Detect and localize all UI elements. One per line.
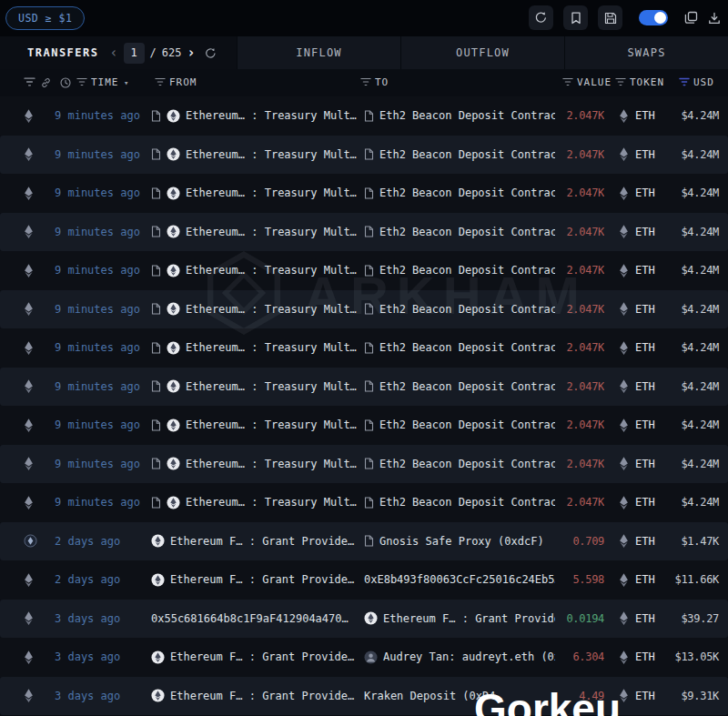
from-cell[interactable]: Ethereum… : Treasury Mult… <box>142 264 357 277</box>
to-cell[interactable]: Kraken Deposit (0xD4… <box>357 690 555 702</box>
time-cell[interactable]: 9 minutes ago <box>47 303 142 316</box>
from-cell[interactable]: Ethereum… : Treasury Mult… <box>142 225 357 238</box>
time-cell[interactable]: 9 minutes ago <box>47 264 142 277</box>
table-row[interactable]: 9 minutes agoEthereum… : Treasury Mult…E… <box>0 251 728 290</box>
time-cell[interactable]: 9 minutes ago <box>47 341 142 354</box>
time-cell[interactable]: 9 minutes ago <box>47 419 142 431</box>
column-header-to[interactable]: TO <box>375 76 389 88</box>
time-cell[interactable]: 3 days ago <box>47 650 142 663</box>
from-cell[interactable]: Ethereum… : Treasury Mult… <box>142 302 357 316</box>
time-cell[interactable]: 3 days ago <box>47 612 142 625</box>
time-cell[interactable]: 9 minutes ago <box>47 458 142 470</box>
filter-to-icon[interactable] <box>360 77 371 89</box>
table-row[interactable]: 9 minutes agoEthereum… : Treasury Mult…E… <box>0 406 728 445</box>
token-cell[interactable]: ETH <box>604 340 666 356</box>
refresh-icon[interactable] <box>205 47 217 59</box>
time-cell[interactable]: 9 minutes ago <box>47 496 142 509</box>
time-cell[interactable]: 9 minutes ago <box>47 109 142 122</box>
to-cell[interactable]: Eth2 Beacon Deposit Contrac… <box>357 380 555 393</box>
column-header-from[interactable]: FROM <box>169 76 197 88</box>
table-row[interactable]: 9 minutes agoEthereum… : Treasury Mult…E… <box>0 174 728 213</box>
table-row[interactable]: 9 minutes agoEthereum… : Treasury Mult…E… <box>0 368 728 407</box>
usd-filter-chip[interactable]: USD ≥ $1 <box>5 6 85 30</box>
clock-icon[interactable] <box>60 77 71 91</box>
filter-time-icon[interactable] <box>76 77 87 89</box>
download-icon[interactable] <box>708 12 721 25</box>
time-cell[interactable]: 9 minutes ago <box>47 226 142 238</box>
token-cell[interactable]: ETH <box>604 301 666 317</box>
from-cell[interactable]: Ethereum… : Treasury Mult… <box>142 341 357 355</box>
from-cell[interactable]: Ethereum… : Treasury Mult… <box>142 147 357 161</box>
value-cell[interactable]: 0.0194 <box>555 612 604 625</box>
value-cell[interactable]: 5.598 <box>555 573 604 586</box>
time-cell[interactable]: 2 days ago <box>47 535 142 548</box>
token-cell[interactable]: ETH <box>604 186 666 201</box>
table-row[interactable]: 9 minutes agoEthereum… : Treasury Mult…E… <box>0 213 728 252</box>
tx-link-icon[interactable] <box>40 77 52 91</box>
to-cell[interactable]: Eth2 Beacon Deposit Contrac… <box>357 496 555 509</box>
table-row[interactable]: 3 days agoEthereum F… : Grant Provide…Au… <box>0 638 728 677</box>
from-cell[interactable]: Ethereum… : Treasury Mult… <box>142 187 357 200</box>
token-cell[interactable]: ETH <box>604 533 666 549</box>
filter-from-icon[interactable] <box>155 77 166 89</box>
to-cell[interactable]: Eth2 Beacon Deposit Contrac… <box>357 458 555 470</box>
table-row[interactable]: 2 days agoEthereum F… : Grant Provide…0x… <box>0 560 728 600</box>
value-cell[interactable]: 2.047K <box>555 264 604 277</box>
token-cell[interactable]: ETH <box>604 688 666 703</box>
value-cell[interactable]: 2.047K <box>555 303 604 316</box>
usd-toggle[interactable] <box>639 10 668 25</box>
save-button[interactable] <box>598 5 622 30</box>
token-cell[interactable]: ETH <box>604 378 666 394</box>
value-cell[interactable]: 2.047K <box>555 187 604 199</box>
table-row[interactable]: 2 days agoEthereum F… : Grant Provide…Gn… <box>0 522 728 561</box>
to-cell[interactable]: Eth2 Beacon Deposit Contrac… <box>357 264 555 277</box>
from-cell[interactable]: Ethereum F… : Grant Provide… <box>142 689 357 702</box>
copy-icon[interactable] <box>684 11 698 25</box>
from-cell[interactable]: Ethereum F… : Grant Provide… <box>142 534 357 548</box>
table-row[interactable]: 9 minutes agoEthereum… : Treasury Mult…E… <box>0 328 728 368</box>
tab-outflow[interactable]: OUTFLOW <box>400 36 564 69</box>
value-cell[interactable]: 6.304 <box>555 650 604 663</box>
next-page-button[interactable]: › <box>187 45 195 61</box>
table-row[interactable]: 9 minutes agoEthereum… : Treasury Mult…E… <box>0 483 728 522</box>
table-row[interactable]: 9 minutes agoEthereum… : Treasury Mult…E… <box>0 96 728 136</box>
token-cell[interactable]: ETH <box>604 572 666 588</box>
from-cell[interactable]: Ethereum… : Treasury Mult… <box>142 457 357 470</box>
current-page[interactable]: 1 <box>124 43 145 64</box>
from-cell[interactable]: Ethereum… : Treasury Mult… <box>142 109 357 123</box>
tab-swaps[interactable]: SWAPS <box>564 36 728 69</box>
token-cell[interactable]: ETH <box>604 495 666 510</box>
value-cell[interactable]: 2.047K <box>555 419 604 431</box>
to-cell[interactable]: 0xE8b493f80063CcFc25016c24Eb5… <box>357 573 555 586</box>
value-cell[interactable]: 0.709 <box>555 535 604 548</box>
time-cell[interactable]: 3 days ago <box>47 690 142 702</box>
token-cell[interactable]: ETH <box>604 456 666 471</box>
value-cell[interactable]: 2.047K <box>555 226 604 238</box>
to-cell[interactable]: Gnosis Safe Proxy (0xdcF) <box>357 535 555 548</box>
to-cell[interactable]: Eth2 Beacon Deposit Contrac… <box>357 109 555 122</box>
tab-transfers[interactable]: TRANSFERS ‹ 1 / 625 › <box>0 36 237 69</box>
value-cell[interactable]: 2.047K <box>555 341 604 354</box>
time-cell[interactable]: 9 minutes ago <box>47 187 142 199</box>
value-cell[interactable]: 2.047K <box>555 496 604 509</box>
to-cell[interactable]: Eth2 Beacon Deposit Contrac… <box>357 341 555 354</box>
table-row[interactable]: 9 minutes agoEthereum… : Treasury Mult…E… <box>0 290 728 329</box>
to-cell[interactable]: Audrey Tan: audreyt.eth (0x… <box>357 650 555 664</box>
to-cell[interactable]: Eth2 Beacon Deposit Contrac… <box>357 148 555 161</box>
table-row[interactable]: 3 days ago0x55c681664b8c1F9aF412904a470…… <box>0 600 728 639</box>
value-cell[interactable]: 2.047K <box>555 458 604 470</box>
table-row[interactable]: 9 minutes agoEthereum… : Treasury Mult…E… <box>0 136 728 175</box>
filter-value-icon[interactable] <box>562 77 573 89</box>
to-cell[interactable]: Eth2 Beacon Deposit Contrac… <box>357 226 555 238</box>
token-cell[interactable]: ETH <box>604 224 666 239</box>
from-cell[interactable]: Ethereum F… : Grant Provide… <box>142 650 357 664</box>
value-cell[interactable]: 2.047K <box>555 109 604 122</box>
to-cell[interactable]: Eth2 Beacon Deposit Contrac… <box>357 419 555 431</box>
table-row[interactable]: 3 days agoEthereum F… : Grant Provide…Kr… <box>0 677 728 716</box>
to-cell[interactable]: Ethereum F… : Grant Provide… <box>357 611 555 625</box>
filter-token-icon[interactable] <box>615 77 626 89</box>
time-sort-caret-icon[interactable]: ▾ <box>124 78 129 87</box>
prev-page-button[interactable]: ‹ <box>110 45 118 61</box>
table-row[interactable]: 9 minutes agoEthereum… : Treasury Mult…E… <box>0 445 728 484</box>
column-header-value[interactable]: VALUE <box>577 76 612 88</box>
